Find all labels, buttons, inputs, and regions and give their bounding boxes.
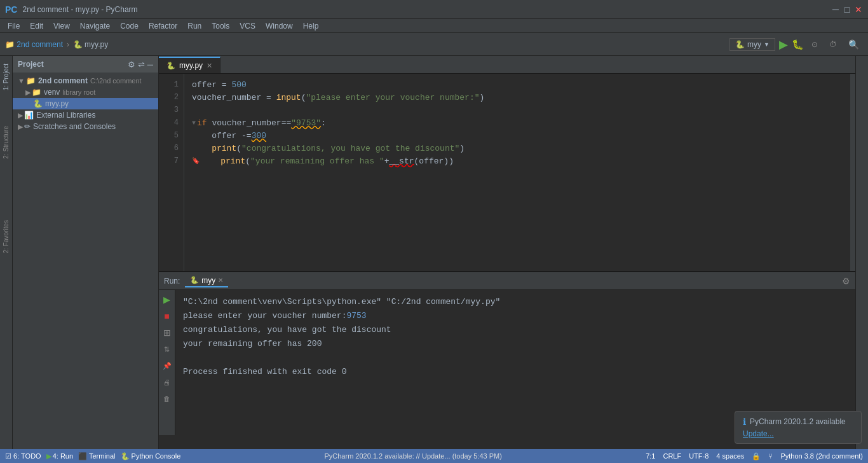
project-title: Project [18, 60, 44, 69]
code-content[interactable]: offer = 500 voucher_number = input ( "pl… [184, 74, 850, 272]
tree-scratches[interactable]: ▶ ✏ Scratches and Consoles [13, 121, 158, 132]
run-output-prompt: please enter your voucher number:9753 [183, 309, 848, 323]
notification-title: ℹ PyCharm 2020.1.2 available [743, 417, 853, 427]
menu-code[interactable]: Code [115, 20, 144, 32]
line-num-7: 7 [161, 155, 181, 168]
breadcrumb-file[interactable]: 🐍 myy.py [73, 40, 108, 49]
folder-icon-venv: 📁 [32, 88, 41, 97]
menu-file[interactable]: File [3, 20, 25, 32]
close-button[interactable]: ✕ [854, 5, 863, 14]
menu-tools[interactable]: Tools [207, 20, 234, 32]
restore-layout-button[interactable]: ⊞ [160, 326, 174, 340]
cursor-position[interactable]: 7:1 [646, 452, 655, 460]
pin-button[interactable]: 📌 [160, 359, 174, 373]
tree-root[interactable]: ▼ 📁 2nd comment C:\2nd comment [13, 75, 158, 86]
line-num-6: 6 [161, 142, 181, 155]
line-num-1: 1 [161, 79, 181, 92]
project-collapse-button[interactable]: ─ [147, 60, 153, 69]
search-everywhere-button[interactable]: 🔍 [844, 38, 863, 52]
pin-tab-button[interactable]: ⇅ [160, 342, 174, 356]
coverage-button[interactable]: ⊙ [808, 38, 822, 51]
debug-button[interactable]: 🐛 [792, 39, 804, 50]
libs-icon: 📊 [24, 111, 34, 120]
right-sidebar [855, 56, 868, 449]
project-tab-label[interactable]: 1: Project [1, 59, 11, 95]
main-content: 1: Project 2: Structure 2: Favorites Pro… [0, 56, 868, 449]
titlebar-left: PC 2nd comment - myy.py - PyCharm [5, 4, 138, 15]
menu-window[interactable]: Window [261, 20, 298, 32]
project-panel: Project ⚙ ⇌ ─ ▼ 📁 2nd comment C:\2nd com… [13, 56, 159, 449]
line-numbers: 1 2 3 4 5 6 7 [159, 74, 184, 272]
tree-expand-icon-scratch: ▶ [18, 123, 23, 131]
code-editor[interactable]: 1 2 3 4 5 6 7 offer = 500 [159, 74, 855, 272]
notification-link[interactable]: Update... [743, 429, 853, 438]
config-icon: 🐍 [735, 40, 745, 49]
code-line-7: 🔖 print ( "your remaining offer has " + … [192, 155, 843, 168]
run-output-blank [183, 351, 848, 365]
run-configuration[interactable]: 🐍 myy ▼ [729, 38, 775, 51]
project-tree: ▼ 📁 2nd comment C:\2nd comment ▶ 📁 venv … [13, 73, 158, 449]
line-separator[interactable]: CRLF [663, 452, 681, 460]
run-button[interactable]: ▶ [779, 38, 788, 52]
clear-button[interactable]: 🗑 [160, 392, 174, 406]
python-tab-icon: 🐍 [166, 62, 175, 70]
tree-external-libs[interactable]: ▶ 📊 External Libraries [13, 109, 158, 121]
breadcrumb-project[interactable]: 📁 2nd comment [5, 40, 63, 49]
menu-refactor[interactable]: Refactor [144, 20, 182, 32]
structure-tab-label[interactable]: 2: Structure [1, 121, 11, 164]
maximize-button[interactable]: □ [843, 5, 851, 14]
rerun-button[interactable]: ▶ [160, 293, 174, 307]
toolbar-right: 🐍 myy ▼ ▶ 🐛 ⊙ ⏱ 🔍 [729, 38, 863, 52]
tab-close-button[interactable]: ✕ [207, 62, 212, 70]
indent-setting[interactable]: 4 spaces [716, 452, 744, 460]
folder-icon: 📁 [5, 40, 15, 49]
run-settings-button[interactable]: ⚙ [842, 276, 850, 286]
encoding[interactable]: UTF-8 [689, 452, 709, 460]
run-tab-myy[interactable]: 🐍 myy ✕ [185, 275, 228, 287]
line-num-4: 4 [161, 117, 181, 130]
right-scrollbar[interactable] [850, 74, 855, 272]
statusbar-left: ☑ 6: TODO ▶ 4: Run ⬛ Terminal 🐍 Python C… [5, 452, 180, 460]
menu-vcs[interactable]: VCS [234, 20, 261, 32]
menu-help[interactable]: Help [298, 20, 324, 32]
status-terminal[interactable]: ⬛ Terminal [78, 452, 115, 460]
status-todo[interactable]: ☑ 6: TODO [5, 452, 41, 460]
menu-run[interactable]: Run [182, 20, 207, 32]
notification-popup: ℹ PyCharm 2020.1.2 available Update... [735, 411, 862, 444]
profile-button[interactable]: ⏱ [825, 38, 841, 51]
breadcrumb-sep: › [67, 40, 69, 49]
window-controls: ─ □ ✕ [831, 5, 863, 14]
favorites-tab-label[interactable]: 2: Favorites [1, 215, 11, 258]
tree-venv[interactable]: ▶ 📁 venv library root [13, 86, 158, 98]
project-layout-button[interactable]: ⇌ [138, 60, 145, 69]
project-settings-button[interactable]: ⚙ [128, 60, 135, 69]
code-line-1: offer = 500 [192, 79, 843, 92]
python-version[interactable]: Python 3.8 (2nd comment) [780, 452, 863, 460]
code-line-3 [192, 104, 843, 117]
scratch-icon: ✏ [24, 122, 31, 131]
dropdown-arrow: ▼ [764, 41, 770, 48]
minimize-button[interactable]: ─ [831, 5, 840, 14]
run-tab-icon: 🐍 [190, 276, 199, 284]
menu-view[interactable]: View [48, 20, 75, 32]
fold-arrow-4[interactable]: ▼ [192, 118, 196, 128]
project-header-actions: ⚙ ⇌ ─ [128, 60, 153, 69]
menu-navigate[interactable]: Navigate [75, 20, 115, 32]
tree-expand-icon-ext: ▶ [18, 111, 23, 120]
tree-expand-icon-venv: ▶ [25, 88, 31, 97]
stop-button[interactable]: ■ [160, 309, 174, 323]
tree-myy[interactable]: 🐍 myy.py [13, 98, 158, 109]
menu-edit[interactable]: Edit [25, 20, 48, 32]
run-output-exit: Process finished with exit code 0 [183, 365, 848, 379]
tab-myy[interactable]: 🐍 myy.py ✕ [159, 57, 220, 73]
line-num-2: 2 [161, 92, 181, 104]
status-python-console[interactable]: 🐍 Python Console [121, 452, 181, 460]
code-line-2: voucher_number = input ( "please enter y… [192, 92, 843, 104]
line-num-5: 5 [161, 130, 181, 142]
run-output-remaining: your remaining offer has 200 [183, 337, 848, 351]
bookmark-icon-7: 🔖 [192, 156, 200, 167]
run-tab-close[interactable]: ✕ [218, 277, 223, 284]
toolbar: 📁 2nd comment › 🐍 myy.py 🐍 myy ▼ ▶ 🐛 ⊙ ⏱… [0, 33, 868, 56]
print-button[interactable]: 🖨 [160, 375, 174, 389]
status-run[interactable]: ▶ 4: Run [46, 452, 73, 460]
